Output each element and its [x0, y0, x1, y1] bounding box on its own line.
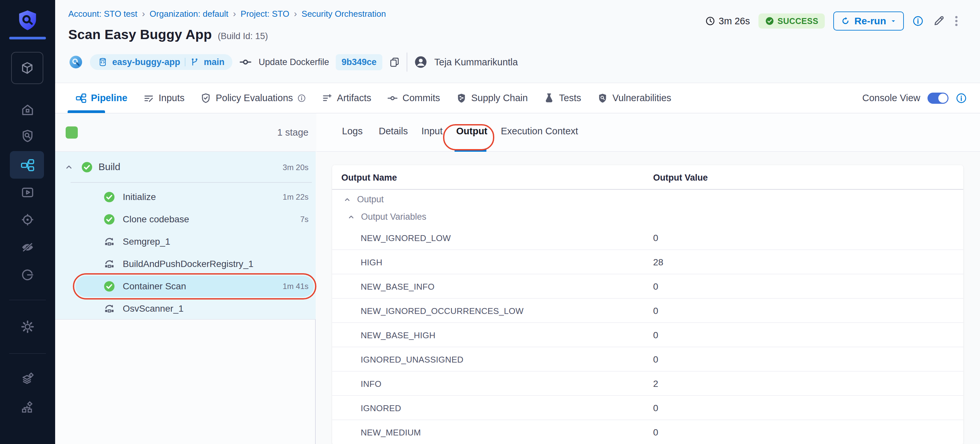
- breadcrumb-project[interactable]: Project: STO: [240, 9, 289, 19]
- clock-icon: [705, 16, 716, 26]
- detail-tab-details[interactable]: Details: [379, 126, 408, 137]
- scan-shield-icon: [20, 129, 35, 143]
- repo-name[interactable]: easy-buggy-app: [112, 57, 180, 67]
- gear-icon: [20, 319, 35, 334]
- tab-policy-evaluations[interactable]: Policy Evaluations: [200, 93, 305, 104]
- commit-sha-pill[interactable]: 9b349ce: [336, 54, 383, 70]
- tab-supply-chain[interactable]: Supply Chain: [456, 93, 528, 104]
- execution-tabbar: Pipeline Inputs Policy Evaluations: [55, 83, 980, 113]
- breadcrumb-module[interactable]: Security Orchestration: [302, 9, 386, 19]
- power-icon: [20, 268, 35, 282]
- stage-row-build[interactable]: Build 3m 20s: [55, 152, 316, 183]
- chevron-up-icon[interactable]: [343, 196, 351, 204]
- policy-shield-icon: [200, 93, 212, 104]
- info-icon[interactable]: [912, 16, 924, 27]
- module-chooser-button[interactable]: [11, 52, 43, 84]
- settings-nav-item[interactable]: [0, 319, 55, 334]
- chevron-up-icon[interactable]: [347, 213, 355, 221]
- output-var-row: IGNORED_UNASSIGNED 0: [332, 347, 963, 371]
- pipelines-nav-item[interactable]: [0, 158, 55, 172]
- tab-tests[interactable]: Tests: [544, 93, 581, 104]
- stage-panel-header: 1 stage: [55, 113, 316, 152]
- author-name: Teja Kummarikuntla: [434, 57, 518, 68]
- get-started-nav-item[interactable]: [0, 268, 55, 282]
- logo-underline-bar: [9, 37, 46, 39]
- exemptions-nav-item[interactable]: [0, 240, 55, 254]
- stage-divider: [70, 182, 312, 183]
- layers-gear-icon: [20, 371, 35, 386]
- module-cube-icon: [20, 61, 35, 75]
- copy-icon[interactable]: [389, 56, 400, 68]
- console-view-control: Console View: [862, 83, 967, 113]
- vulnerabilities-shield-icon: [597, 93, 608, 104]
- repo-branch-pill[interactable]: easy-buggy-app main: [90, 54, 232, 70]
- edit-pencil-icon[interactable]: [932, 14, 945, 27]
- home-nav-item[interactable]: [0, 102, 55, 117]
- branch-name[interactable]: main: [204, 57, 224, 67]
- rerun-button[interactable]: Re-run: [833, 11, 904, 30]
- meta-divider: [407, 53, 407, 72]
- detail-tab-input[interactable]: Input: [422, 126, 443, 137]
- supply-chain-shield-icon: [456, 93, 467, 104]
- output-var-row: HIGH 28: [332, 250, 963, 274]
- output-table-header: Output Name Output Value: [332, 165, 963, 190]
- chevron-down-icon: [890, 18, 897, 24]
- step-row-osvscanner[interactable]: OsvScanner_1: [55, 297, 316, 320]
- group-row-output[interactable]: Output: [332, 190, 963, 209]
- page-title: Scan Easy Buggy App: [68, 27, 212, 42]
- org-structure-gear-icon: [20, 400, 35, 414]
- tests-flask-icon: [544, 93, 555, 104]
- step-row-clone-codebase[interactable]: Clone codebase 7s: [55, 208, 316, 230]
- scans-nav-item[interactable]: [0, 129, 55, 143]
- annotation-ring-container-scan: [73, 273, 317, 300]
- commit-icon: [239, 56, 252, 69]
- output-var-row: NEW_IGNORED_OCCURRENCES_LOW 0: [332, 299, 963, 323]
- step-row-initialize[interactable]: Initialize 1m 22s: [55, 186, 316, 208]
- inputs-icon: [143, 93, 154, 104]
- chevron-up-icon[interactable]: [64, 163, 73, 172]
- rail-divider: [9, 300, 46, 300]
- sto-shield-logo-icon[interactable]: [0, 10, 55, 32]
- eye-off-icon: [20, 240, 35, 254]
- detail-tab-execution-context[interactable]: Execution Context: [501, 126, 578, 137]
- step-detail-panel: Logs Details Input Output Execution Cont…: [317, 113, 980, 444]
- tab-inputs[interactable]: Inputs: [143, 93, 185, 104]
- output-var-row: IGNORED 0: [332, 396, 963, 420]
- branch-icon: [190, 57, 199, 67]
- tab-artifacts[interactable]: Artifacts: [321, 93, 372, 104]
- breadcrumb-organization[interactable]: Organization: default: [150, 9, 228, 19]
- execution-header: Account: STO test › Organization: defaul…: [55, 0, 980, 83]
- detail-tab-logs[interactable]: Logs: [342, 126, 363, 137]
- build-id-label: (Build Id: 15): [218, 31, 268, 42]
- group-row-output-variables[interactable]: Output Variables: [332, 209, 963, 225]
- stage-step-list: Build 3m 20s Initialize 1m 22s Clone cod…: [55, 152, 316, 319]
- column-output-name: Output Name: [341, 173, 397, 183]
- console-view-toggle[interactable]: [928, 93, 948, 104]
- info-icon[interactable]: [298, 94, 306, 102]
- output-var-row: INFO 2: [332, 371, 963, 396]
- tab-vulnerabilities[interactable]: Vulnerabilities: [597, 93, 671, 104]
- stage-status-square[interactable]: [66, 126, 78, 139]
- output-var-row: NEW_BASE_INFO 0: [332, 274, 963, 299]
- kebab-menu-icon[interactable]: [954, 14, 959, 27]
- breadcrumb-account[interactable]: Account: STO test: [68, 9, 137, 19]
- title-row: Scan Easy Buggy App (Build Id: 15): [68, 27, 268, 42]
- step-row-buildandpush[interactable]: BuildAndPushDockerRegistry_1: [55, 253, 316, 275]
- loop-strategy-icon: [103, 235, 116, 248]
- organizations-nav-item[interactable]: [0, 400, 55, 414]
- active-tab-underline: [68, 110, 105, 113]
- tab-commits[interactable]: Commits: [387, 93, 440, 104]
- trigger-icon: [68, 54, 83, 70]
- step-row-semgrep[interactable]: Semgrep_1: [55, 230, 316, 253]
- targets-nav-item[interactable]: [0, 212, 55, 227]
- left-nav-rail: [0, 0, 55, 444]
- duration-wrap: 3m 26s: [705, 16, 750, 27]
- info-icon[interactable]: [956, 93, 967, 104]
- default-settings-nav-item[interactable]: [0, 371, 55, 386]
- executions-icon: [20, 185, 35, 200]
- tab-pipeline[interactable]: Pipeline: [75, 93, 127, 104]
- header-actions: 3m 26s SUCCESS Re-run: [705, 11, 959, 32]
- commit-message[interactable]: Update Dockerfile: [259, 57, 329, 67]
- executions-nav-item[interactable]: [0, 185, 55, 200]
- success-check-icon: [81, 161, 93, 173]
